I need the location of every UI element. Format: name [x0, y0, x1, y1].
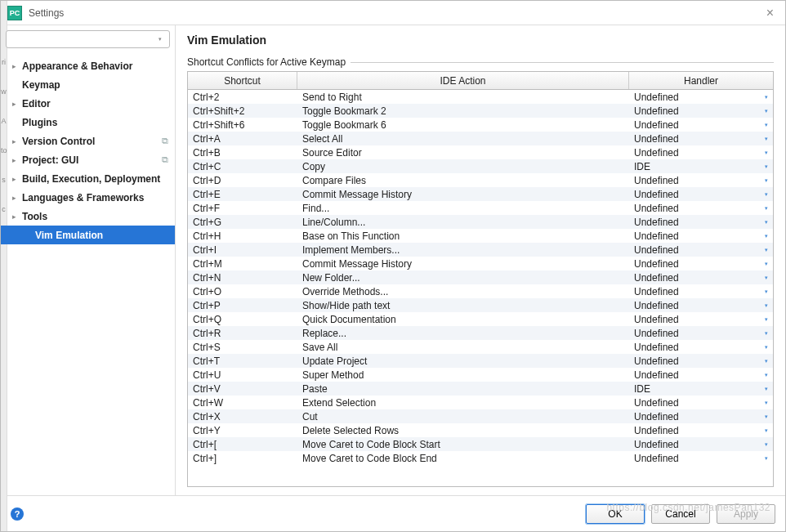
help-icon[interactable]: ?: [11, 507, 24, 521]
cell-handler[interactable]: Undefined▾: [629, 203, 773, 214]
table-row[interactable]: Ctrl+XCutUndefined▾: [188, 409, 773, 423]
cell-handler[interactable]: Undefined▾: [629, 92, 773, 103]
table-row[interactable]: Ctrl+Shift+2Toggle Bookmark 2Undefined▾: [188, 104, 773, 118]
chevron-down-icon: ▾: [765, 330, 768, 337]
table-row[interactable]: Ctrl+YDelete Selected RowsUndefined▾: [188, 423, 773, 437]
cell-handler[interactable]: Undefined▾: [629, 189, 773, 200]
cell-handler[interactable]: Undefined▾: [629, 147, 773, 159]
close-icon[interactable]: ×: [761, 4, 779, 22]
sidebar-item-keymap[interactable]: Keymap: [1, 75, 175, 94]
table-row[interactable]: Ctrl+FFind...Undefined▾: [188, 201, 773, 215]
table-row[interactable]: Ctrl+IImplement Members...Undefined▾: [188, 243, 773, 257]
cell-handler[interactable]: Undefined▾: [629, 453, 773, 464]
table-row[interactable]: Ctrl+]Move Caret to Code Block EndUndefi…: [188, 451, 773, 465]
table-row[interactable]: Ctrl+HBase on This FunctionUndefined▾: [188, 229, 773, 243]
table-row[interactable]: Ctrl+RReplace...Undefined▾: [188, 326, 773, 340]
cell-action: Cut: [297, 411, 629, 422]
col-handler[interactable]: Handler: [629, 72, 773, 89]
table-row[interactable]: Ctrl+QQuick DocumentationUndefined▾: [188, 312, 773, 326]
cell-action: Commit Message History: [297, 258, 629, 270]
cell-shortcut: Ctrl+[: [188, 439, 297, 450]
cell-handler[interactable]: Undefined▾: [629, 230, 773, 242]
sidebar-item-version-control[interactable]: ▸Version Control⧉: [1, 132, 175, 150]
chevron-down-icon[interactable]: ▾: [159, 36, 162, 42]
table-row[interactable]: Ctrl+MCommit Message HistoryUndefined▾: [188, 257, 773, 270]
cell-handler[interactable]: Undefined▾: [629, 286, 773, 297]
sidebar-item-editor[interactable]: ▸Editor: [1, 94, 175, 113]
chevron-down-icon: ▾: [765, 177, 768, 184]
chevron-down-icon: ▾: [765, 288, 768, 295]
table-row[interactable]: Ctrl+SSave AllUndefined▾: [188, 340, 773, 354]
handler-value: Undefined: [634, 397, 765, 409]
cell-handler[interactable]: Undefined▾: [629, 328, 773, 339]
table-row[interactable]: Ctrl+ASelect AllUndefined▾: [188, 132, 773, 145]
window-title: Settings: [29, 7, 64, 19]
sidebar-item-vim-emulation[interactable]: Vim Emulation: [1, 226, 175, 244]
cell-action: Commit Message History: [297, 189, 629, 200]
cell-handler[interactable]: Undefined▾: [629, 175, 773, 186]
col-shortcut[interactable]: Shortcut: [188, 72, 297, 89]
table-row[interactable]: Ctrl+2Send to RightUndefined▾: [188, 90, 773, 104]
cell-action: Delete Selected Rows: [297, 425, 629, 436]
cell-handler[interactable]: Undefined▾: [629, 244, 773, 256]
cell-action: Replace...: [297, 328, 629, 339]
project-scope-icon: ⧉: [162, 136, 168, 146]
cell-handler[interactable]: Undefined▾: [629, 397, 773, 409]
cell-handler[interactable]: Undefined▾: [629, 314, 773, 325]
cell-shortcut: Ctrl+A: [188, 133, 297, 145]
cell-handler[interactable]: Undefined▾: [629, 300, 773, 311]
sidebar-item-tools[interactable]: ▸Tools: [1, 207, 175, 226]
table-row[interactable]: Ctrl+USuper MethodUndefined▾: [188, 368, 773, 382]
cell-handler[interactable]: IDE▾: [629, 383, 773, 395]
settings-window: riwAtosc PC Settings × ⌕ ▾ ▸Appearance &…: [0, 0, 786, 532]
table-row[interactable]: Ctrl+ECommit Message HistoryUndefined▾: [188, 187, 773, 201]
cell-handler[interactable]: Undefined▾: [629, 369, 773, 381]
table-row[interactable]: Ctrl+DCompare FilesUndefined▾: [188, 173, 773, 187]
cell-handler[interactable]: Undefined▾: [629, 258, 773, 270]
sidebar-item-label: Version Control: [20, 136, 162, 147]
table-row[interactable]: Ctrl+VPasteIDE▾: [188, 382, 773, 396]
cell-handler[interactable]: Undefined▾: [629, 133, 773, 145]
expand-icon: ▸: [12, 156, 20, 164]
cell-handler[interactable]: Undefined▾: [629, 105, 773, 117]
table-row[interactable]: Ctrl+CCopyIDE▾: [188, 159, 773, 173]
sidebar-item-plugins[interactable]: Plugins: [1, 113, 175, 132]
page-title: Vim Emulation: [187, 34, 774, 47]
search-input[interactable]: [6, 30, 170, 48]
cell-handler[interactable]: Undefined▾: [629, 411, 773, 422]
apply-button[interactable]: Apply: [717, 504, 775, 524]
cell-handler[interactable]: Undefined▾: [629, 119, 773, 131]
sidebar-item-languages-frameworks[interactable]: ▸Languages & Frameworks: [1, 188, 175, 207]
cell-handler[interactable]: Undefined▾: [629, 342, 773, 353]
table-row[interactable]: Ctrl+GLine/Column...Undefined▾: [188, 215, 773, 229]
table-row[interactable]: Ctrl+TUpdate ProjectUndefined▾: [188, 354, 773, 368]
sidebar-item-build-execution-deployment[interactable]: ▸Build, Execution, Deployment: [1, 169, 175, 188]
cell-handler[interactable]: Undefined▾: [629, 217, 773, 228]
table-body: Ctrl+2Send to RightUndefined▾Ctrl+Shift+…: [188, 90, 773, 486]
col-action[interactable]: IDE Action: [297, 72, 629, 89]
cell-handler[interactable]: Undefined▾: [629, 439, 773, 450]
table-row[interactable]: Ctrl+PShow/Hide path textUndefined▾: [188, 298, 773, 312]
cell-handler[interactable]: Undefined▾: [629, 272, 773, 284]
table-row[interactable]: Ctrl+[Move Caret to Code Block StartUnde…: [188, 437, 773, 451]
chevron-down-icon: ▾: [765, 302, 768, 309]
chevron-down-icon: ▾: [765, 261, 768, 267]
expand-icon: ▸: [12, 137, 20, 145]
table-row[interactable]: Ctrl+NNew Folder...Undefined▾: [188, 270, 773, 284]
ok-button[interactable]: OK: [586, 504, 645, 524]
table-row[interactable]: Ctrl+Shift+6Toggle Bookmark 6Undefined▾: [188, 118, 773, 132]
cancel-button[interactable]: Cancel: [651, 504, 710, 524]
cell-action: Toggle Bookmark 2: [297, 105, 629, 117]
chevron-down-icon: ▾: [765, 233, 768, 239]
cell-handler[interactable]: Undefined▾: [629, 425, 773, 436]
cell-shortcut: Ctrl+R: [188, 328, 297, 339]
table-row[interactable]: Ctrl+WExtend SelectionUndefined▾: [188, 396, 773, 409]
cell-action: Find...: [297, 203, 629, 214]
cell-handler[interactable]: Undefined▾: [629, 355, 773, 367]
table-row[interactable]: Ctrl+BSource EditorUndefined▾: [188, 145, 773, 159]
cell-handler[interactable]: IDE▾: [629, 161, 773, 172]
sidebar-item-appearance-behavior[interactable]: ▸Appearance & Behavior: [1, 56, 175, 75]
table-row[interactable]: Ctrl+OOverride Methods...Undefined▾: [188, 284, 773, 298]
cell-action: Move Caret to Code Block End: [297, 453, 629, 464]
sidebar-item-project-gui[interactable]: ▸Project: GUI⧉: [1, 150, 175, 169]
